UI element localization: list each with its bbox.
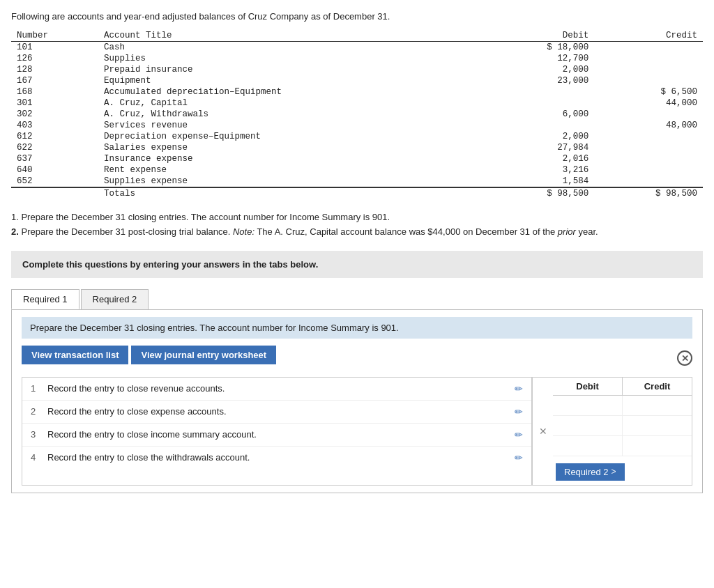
view-transaction-list-button[interactable]: View transaction list <box>22 346 128 364</box>
entry-row: 2 Record the entry to close expense acco… <box>22 401 531 424</box>
instruction-2: 2. Prepare the December 31 post-closing … <box>11 225 703 240</box>
table-row: 101 Cash $ 18,000 <box>11 42 703 54</box>
tab-content: Prepare the December 31 closing entries.… <box>11 309 703 493</box>
dc-credit-cell[interactable] <box>623 436 692 456</box>
cell-number: 128 <box>11 64 98 75</box>
instructions: 1. Prepare the December 31 closing entri… <box>11 210 703 240</box>
note-label: Note: <box>233 226 255 237</box>
complete-text: Complete this questions by entering your… <box>22 259 318 270</box>
dc-credit-cell[interactable] <box>623 416 692 435</box>
edit-icon[interactable]: ✏ <box>515 452 523 463</box>
entry-row: 1 Record the entry to close revenue acco… <box>22 378 531 401</box>
accounts-table: Number Account Title Debit Credit 101 Ca… <box>11 30 703 199</box>
table-row: 168 Accumulated depreciation–Equipment $… <box>11 86 703 98</box>
cell-credit: 48,000 <box>594 120 703 131</box>
dc-debit-cell[interactable] <box>553 396 623 415</box>
cell-title: Accumulated depreciation–Equipment <box>98 86 485 98</box>
cell-number: 403 <box>11 120 98 131</box>
cell-title: Supplies expense <box>98 176 485 187</box>
cell-number: 637 <box>11 153 98 164</box>
table-row: 403 Services revenue 48,000 <box>11 120 703 131</box>
entry-number: 4 <box>31 452 42 463</box>
entries-list: 1 Record the entry to close revenue acco… <box>22 378 531 485</box>
col-number: Number <box>11 30 98 42</box>
close-button[interactable]: ✕ <box>677 350 692 366</box>
dc-data-row <box>553 436 692 456</box>
entry-number: 2 <box>31 406 42 417</box>
totals-debit: $ 98,500 <box>485 187 594 199</box>
entry-text: Record the entry to close expense accoun… <box>47 406 509 417</box>
totals-row: Totals $ 98,500 $ 98,500 <box>11 187 703 199</box>
entry-text: Record the entry to close the withdrawal… <box>47 452 509 463</box>
cell-number: 301 <box>11 98 98 109</box>
required2-button[interactable]: Required 2 > <box>556 463 625 481</box>
tab-required1[interactable]: Required 1 <box>11 289 79 309</box>
cell-credit <box>594 42 703 54</box>
edit-icon[interactable]: ✏ <box>515 429 523 440</box>
table-row: 652 Supplies expense 1,584 <box>11 176 703 187</box>
col-debit: Debit <box>485 30 594 42</box>
entry-text: Record the entry to close income summary… <box>47 429 509 440</box>
cell-debit: 23,000 <box>485 75 594 86</box>
entry-number: 3 <box>31 429 42 440</box>
cell-title: A. Cruz, Withdrawals <box>98 109 485 120</box>
note-text: The A. Cruz, Capital account balance was… <box>255 226 558 237</box>
cell-credit <box>594 153 703 164</box>
cell-number: 168 <box>11 86 98 98</box>
cell-debit <box>485 98 594 109</box>
table-row: 637 Insurance expense 2,016 <box>11 153 703 164</box>
cell-title: Equipment <box>98 75 485 86</box>
totals-credit: $ 98,500 <box>594 187 703 199</box>
debit-header: Debit <box>553 378 623 395</box>
cell-debit <box>485 120 594 131</box>
debit-credit-panel: Debit Credit Required 2 > <box>553 377 692 486</box>
table-row: 612 Depreciation expense–Equipment 2,000 <box>11 131 703 142</box>
x-icon: ✕ <box>539 426 547 437</box>
cell-credit <box>594 176 703 187</box>
cell-debit: 2,000 <box>485 131 594 142</box>
complete-box: Complete this questions by entering your… <box>11 251 703 278</box>
dc-debit-cell[interactable] <box>553 436 623 456</box>
table-row: 128 Prepaid insurance 2,000 <box>11 64 703 75</box>
dc-credit-cell[interactable] <box>623 396 692 415</box>
cell-title: Depreciation expense–Equipment <box>98 131 485 142</box>
action-buttons: View transaction list View journal entry… <box>22 346 276 364</box>
tab-required2[interactable]: Required 2 <box>81 289 149 309</box>
edit-icon[interactable]: ✏ <box>515 406 523 417</box>
table-row: 126 Supplies 12,700 <box>11 53 703 64</box>
col-account-title: Account Title <box>98 30 485 42</box>
view-journal-entry-worksheet-button[interactable]: View journal entry worksheet <box>131 346 276 364</box>
table-row: 167 Equipment 23,000 <box>11 75 703 86</box>
x-separator-icon: ✕ <box>532 377 553 486</box>
cell-debit: 2,016 <box>485 153 594 164</box>
cell-credit <box>594 53 703 64</box>
cell-number: 640 <box>11 164 98 176</box>
cell-debit: $ 18,000 <box>485 42 594 54</box>
cell-number: 167 <box>11 75 98 86</box>
cell-title: Salaries expense <box>98 142 485 153</box>
edit-icon[interactable]: ✏ <box>515 383 523 394</box>
entry-text: Record the entry to close revenue accoun… <box>47 383 509 394</box>
dc-data-row <box>553 416 692 436</box>
cell-credit <box>594 75 703 86</box>
cell-debit: 12,700 <box>485 53 594 64</box>
table-row: 302 A. Cruz, Withdrawals 6,000 <box>11 109 703 120</box>
required2-chevron-icon: > <box>612 467 616 477</box>
cell-title: Prepaid insurance <box>98 64 485 75</box>
entry-row: 4 Record the entry to close the withdraw… <box>22 447 531 469</box>
totals-label: Totals <box>98 187 485 199</box>
required2-label: Required 2 <box>564 467 609 477</box>
cell-title: Supplies <box>98 53 485 64</box>
table-row: 640 Rent expense 3,216 <box>11 164 703 176</box>
col-credit: Credit <box>594 30 703 42</box>
totals-label-empty <box>11 187 98 199</box>
credit-header: Credit <box>623 378 692 395</box>
entry-row: 3 Record the entry to close income summa… <box>22 424 531 447</box>
cell-credit <box>594 64 703 75</box>
cell-debit <box>485 86 594 98</box>
dc-data-row <box>553 396 692 416</box>
dc-debit-cell[interactable] <box>553 416 623 435</box>
intro-text: Following are accounts and year-end adju… <box>11 11 703 22</box>
cell-title: Cash <box>98 42 485 54</box>
cell-credit <box>594 109 703 120</box>
